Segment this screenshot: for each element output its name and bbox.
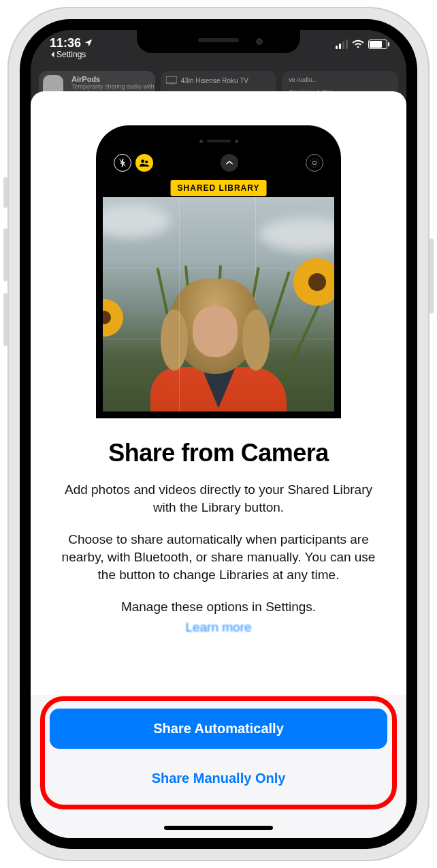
- wifi-icon: [352, 40, 364, 49]
- shared-library-badge: SHARED LIBRARY: [171, 180, 267, 196]
- home-indicator[interactable]: [164, 826, 273, 830]
- learn-more-link[interactable]: Learn more: [185, 620, 251, 634]
- volume-up: [3, 228, 7, 281]
- screen: 11:36 Settings: [31, 30, 406, 838]
- chevron-up-icon: [221, 154, 238, 172]
- screen-bezel: 11:36 Settings: [20, 19, 417, 849]
- svg-point-5: [312, 161, 316, 164]
- camera-top-bar: [103, 154, 334, 172]
- flash-off-icon: [114, 154, 131, 172]
- power-button: [430, 238, 434, 313]
- description-p1: Add photos and videos directly to your S…: [55, 481, 382, 516]
- description-p2: Choose to share automatically when parti…: [55, 531, 382, 583]
- share-automatically-button[interactable]: Share Automatically: [50, 709, 387, 749]
- battery-icon: [368, 40, 387, 49]
- inner-phone-frame: SHARED LIBRARY: [96, 125, 341, 418]
- device-notch: [137, 30, 300, 53]
- person-photo: [150, 279, 280, 412]
- camera-viewfinder: [103, 197, 334, 412]
- location-arrow-icon: [84, 38, 93, 48]
- breadcrumb-back[interactable]: Settings: [50, 50, 93, 59]
- page-title: Share from Camera: [55, 439, 382, 467]
- svg-rect-0: [166, 76, 177, 83]
- bottom-button-bar: Share Automatically Share Manually Only: [31, 695, 406, 838]
- hero-illustration: SHARED LIBRARY: [31, 91, 406, 418]
- device-frame: 11:36 Settings: [7, 7, 430, 861]
- cellular-signal-icon: [336, 40, 348, 49]
- live-photo-icon: [306, 154, 323, 172]
- svg-point-4: [145, 160, 148, 163]
- share-manually-button[interactable]: Share Manually Only: [50, 758, 387, 799]
- status-time: 11:36: [50, 37, 93, 50]
- svg-point-3: [141, 159, 144, 163]
- modal-sheet: SHARED LIBRARY: [31, 91, 406, 838]
- description-p3: Manage these options in Settings.: [55, 598, 382, 616]
- volume-down: [3, 293, 7, 346]
- chevron-left-icon: [50, 51, 55, 58]
- mute-switch: [3, 177, 7, 208]
- tv-icon: [166, 76, 177, 84]
- shared-library-toggle-icon: [135, 154, 153, 172]
- svg-point-6: [310, 159, 319, 168]
- inner-notch: [174, 132, 263, 150]
- sheet-content: Share from Camera Add photos and videos …: [31, 418, 406, 635]
